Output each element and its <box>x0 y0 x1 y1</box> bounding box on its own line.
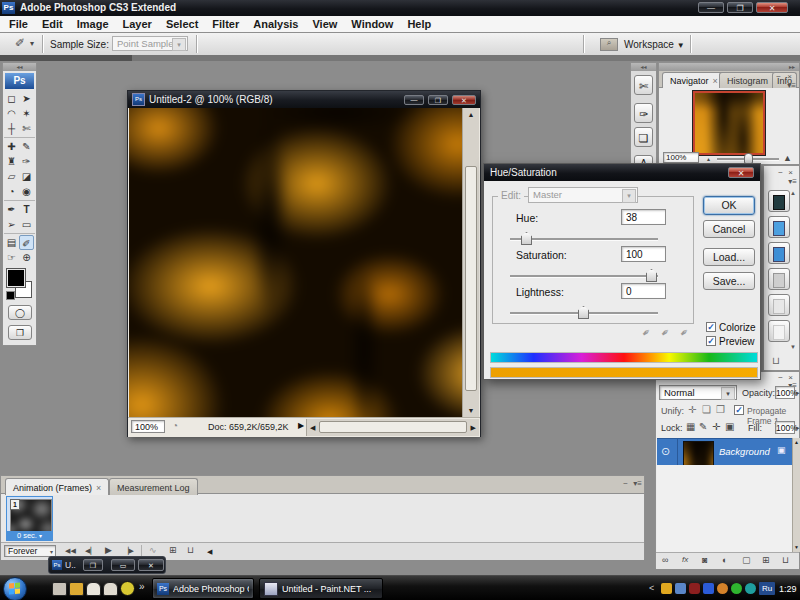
tool-hand[interactable]: ☞ <box>4 250 19 265</box>
tab-measurement-log[interactable]: Measurement Log <box>109 478 198 495</box>
foreground-color-swatch[interactable] <box>7 269 25 287</box>
new-layer-icon[interactable]: ⊞ <box>762 556 770 565</box>
tab-close-icon[interactable]: × <box>96 483 101 493</box>
tool-eyedropper[interactable]: ✐ <box>19 235 34 250</box>
layers-scrollbar[interactable]: ▲ ▼ <box>792 438 800 552</box>
task-button-paintnet[interactable]: Untitled - Paint.NET ... <box>259 578 383 599</box>
cancel-button[interactable]: Cancel <box>703 220 755 238</box>
tween-button[interactable]: ∿ <box>149 546 157 555</box>
tool-magic-wand[interactable]: ✶ <box>19 106 34 121</box>
layers-minimize-icon[interactable]: − <box>778 373 785 382</box>
previous-frame-button[interactable]: ◀▏ <box>85 547 96 554</box>
panel-minimize-icon[interactable]: − <box>776 72 783 81</box>
tray-icon-3[interactable] <box>689 583 700 594</box>
scroll-right-icon[interactable]: ▶ <box>471 424 476 431</box>
tray-chevron-icon[interactable]: < <box>649 583 654 593</box>
layer-mask-icon[interactable]: ◙ <box>702 556 707 565</box>
layer-thumbnail[interactable] <box>683 441 714 466</box>
lightness-field[interactable]: 0 <box>621 283 666 299</box>
lightness-slider[interactable] <box>510 312 658 314</box>
frame-delay-select[interactable]: 0 sec. ▾ <box>7 531 52 540</box>
horizontal-scrollbar[interactable]: ◀ ▶ <box>306 419 479 436</box>
toolbox-logo[interactable]: Ps <box>5 73 34 89</box>
tool-notes[interactable]: ▤ <box>4 235 19 250</box>
start-button[interactable] <box>3 577 27 600</box>
new-frame-button[interactable]: ⊞ <box>169 546 177 555</box>
animation-frame-1[interactable]: 1 0 sec. ▾ <box>6 496 53 541</box>
panel-menu-icon[interactable]: ▾≡ <box>787 81 796 90</box>
restore-button[interactable]: ❐ <box>727 2 753 13</box>
load-button[interactable]: Load... <box>703 248 755 266</box>
add-sample-eyedropper-icon[interactable]: ✒ <box>659 325 673 339</box>
tool-history-brush[interactable]: ✑ <box>19 154 34 169</box>
tool-eraser[interactable]: ▱ <box>4 169 19 184</box>
styles-scroll-up-icon[interactable]: ▲ <box>790 190 796 196</box>
scroll-up-icon[interactable]: ▲ <box>463 111 479 118</box>
next-frame-button[interactable]: ▕▶ <box>123 547 134 554</box>
animation-minimize-icon[interactable]: − <box>623 479 630 488</box>
toolbox-collapse-bar[interactable]: ◂◂ <box>3 63 36 71</box>
task-button-photoshop[interactable]: Ps Adobe Photoshop C... <box>152 578 254 599</box>
eyedropper-tool-icon[interactable]: ✐ <box>15 37 25 49</box>
tool-path-selection[interactable]: ➢ <box>4 217 19 232</box>
layer-group-icon[interactable]: ▢ <box>742 556 751 565</box>
layer-name[interactable]: Background <box>719 446 770 457</box>
unify-position-icon[interactable]: ✛ <box>688 405 696 415</box>
quicklaunch-icon-2[interactable] <box>69 582 84 596</box>
document-close-button[interactable]: ✕ <box>452 95 476 105</box>
styles-trash-icon[interactable]: ⊔ <box>772 356 780 366</box>
vertical-scrollbar[interactable]: ▲ ▼ <box>462 108 479 417</box>
tool-brush[interactable]: ✎ <box>19 139 34 154</box>
dock-icon-tool-presets[interactable]: ✄ <box>634 75 653 95</box>
horizontal-scroll-thumb[interactable] <box>319 421 467 433</box>
lock-transparency-icon[interactable]: ▦ <box>686 422 695 432</box>
layers-list-area[interactable] <box>657 465 792 552</box>
style-swatch-1[interactable] <box>768 190 790 212</box>
menu-image[interactable]: Image <box>77 18 109 30</box>
menu-view[interactable]: View <box>312 18 337 30</box>
lock-all-icon[interactable]: ▣ <box>725 422 734 432</box>
lock-position-icon[interactable]: ✛ <box>712 422 720 432</box>
saturation-field[interactable]: 100 <box>621 246 666 262</box>
navigator-zoom-slider[interactable] <box>717 158 779 160</box>
sample-size-select[interactable]: Point Sample ▾ <box>112 36 188 51</box>
sample-size-arrow-icon[interactable]: ▾ <box>172 38 186 51</box>
menu-filter[interactable]: Filter <box>212 18 239 30</box>
play-button[interactable]: ▶ <box>105 546 112 555</box>
layer-row-background[interactable]: ⊙ Background ▣ <box>657 438 792 466</box>
menu-analysis[interactable]: Analysis <box>253 18 298 30</box>
zoom-level-field[interactable]: 100% <box>131 420 165 433</box>
opacity-spinner-icon[interactable]: ▸ <box>796 389 800 396</box>
fill-spinner-icon[interactable]: ▸ <box>796 424 800 431</box>
tab-histogram[interactable]: Histogram <box>719 72 776 88</box>
close-button[interactable]: ✕ <box>756 2 788 13</box>
save-button[interactable]: Save... <box>703 272 755 290</box>
tab-close-icon[interactable]: × <box>713 76 718 86</box>
zoom-in-icon[interactable]: ▲ <box>783 154 792 163</box>
menu-window[interactable]: Window <box>351 18 393 30</box>
quicklaunch-icon-4[interactable] <box>103 582 118 596</box>
subtract-sample-eyedropper-icon[interactable]: ✒ <box>678 325 692 339</box>
menu-layer[interactable]: Layer <box>123 18 152 30</box>
tool-lasso[interactable]: ◠ <box>4 106 19 121</box>
style-swatch-4[interactable] <box>768 268 790 290</box>
tool-clone-stamp[interactable]: ♜ <box>4 154 19 169</box>
style-swatch-3[interactable] <box>768 242 790 264</box>
dock-icon-brushes[interactable]: ✑ <box>634 103 653 123</box>
animation-scroll-left-icon[interactable]: ◀ <box>207 548 212 555</box>
link-layers-icon[interactable]: ∞ <box>662 556 668 565</box>
tool-zoom[interactable]: ⊕ <box>19 250 34 265</box>
tool-shape[interactable]: ▭ <box>19 217 34 232</box>
document-title-bar[interactable]: Ps Untitled-2 @ 100% (RGB/8) — ❐ ✕ <box>128 91 480 108</box>
tab-navigator[interactable]: Navigator× <box>662 72 726 88</box>
navigator-proxy-preview[interactable] <box>693 91 765 155</box>
styles-scroll-down-icon[interactable]: ▼ <box>790 344 796 350</box>
quick-mask-button[interactable]: ◯ <box>8 305 32 320</box>
tool-move[interactable]: ➤ <box>19 91 34 106</box>
ok-button[interactable]: OK <box>703 196 755 215</box>
screen-mode-button[interactable]: ❐ <box>8 325 32 340</box>
document-canvas[interactable] <box>129 108 462 417</box>
styles-minimize-icon[interactable]: − <box>778 168 785 177</box>
dock-icon-clone-source[interactable]: ❏ <box>634 127 653 147</box>
minimize-button[interactable]: — <box>698 2 724 13</box>
